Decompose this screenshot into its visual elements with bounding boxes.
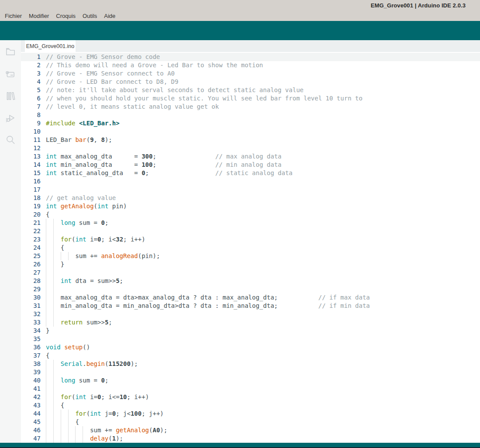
- code-text: [46, 335, 480, 343]
- code-line[interactable]: 37{: [21, 352, 480, 360]
- code-text: void setup(): [46, 343, 480, 352]
- code-line[interactable]: 36void setup(): [21, 343, 480, 352]
- code-line[interactable]: 27: [21, 269, 480, 277]
- line-number: 11: [21, 136, 46, 144]
- code-text: long sum = 0;: [46, 219, 480, 227]
- indent-guide: [68, 252, 69, 260]
- menu-item-aide[interactable]: Aide: [100, 12, 119, 20]
- code-line[interactable]: 2// This demo will need a Grove - Led Ba…: [21, 61, 480, 69]
- line-number: 20: [21, 210, 46, 219]
- line-number: 42: [21, 393, 46, 401]
- indent-guide: [46, 368, 46, 376]
- code-text: [46, 385, 480, 393]
- indent-guide: [46, 235, 46, 244]
- code-line[interactable]: 45 {: [21, 418, 480, 426]
- indent-guide: [53, 434, 54, 443]
- sketchbook-folder-icon: [5, 46, 16, 57]
- line-number: 10: [21, 128, 46, 136]
- code-line[interactable]: 23 for(int i=0; i<32; i++): [21, 235, 480, 244]
- code-line[interactable]: 11LED_Bar bar(9, 8);: [21, 136, 480, 144]
- code-text: long sum = 0;: [46, 376, 480, 385]
- code-editor[interactable]: 1// Grove - EMG Sensor demo code2// This…: [21, 52, 480, 443]
- indent-guide: [53, 318, 54, 327]
- code-line[interactable]: 17: [21, 186, 480, 194]
- code-line[interactable]: 6// when you should hold your muscle sta…: [21, 94, 480, 103]
- code-line[interactable]: 44 for(int j=0; j<100; j++): [21, 410, 480, 418]
- sidebar-item-sketchbook[interactable]: [0, 41, 21, 62]
- code-text: {: [46, 210, 480, 219]
- indent-guide: [68, 426, 69, 434]
- code-text: delay(1);: [46, 434, 480, 443]
- menu-item-croquis[interactable]: Croquis: [52, 12, 79, 20]
- tab-emg-grove001[interactable]: EMG_Grove001.ino: [25, 40, 76, 52]
- code-text: min_analog_dta = min_analog_dta>dta ? dt…: [46, 302, 480, 310]
- code-text: int dta = sum>>5;: [46, 277, 480, 285]
- code-line[interactable]: 47 delay(1);: [21, 434, 480, 443]
- menu-item-modifier[interactable]: Modifier: [25, 12, 52, 20]
- code-line[interactable]: 14int min_analog_dta = 100; // min analo…: [21, 161, 480, 169]
- code-line[interactable]: 43 {: [21, 401, 480, 410]
- menu-item-fichier[interactable]: Fichier: [1, 12, 25, 20]
- code-line[interactable]: 18// get analog value: [21, 194, 480, 202]
- sidebar-item-boards-manager[interactable]: [0, 63, 21, 85]
- code-line[interactable]: 10: [21, 128, 480, 136]
- indent-guide: [46, 385, 46, 393]
- line-number: 5: [21, 86, 46, 94]
- line-number: 29: [21, 285, 46, 293]
- indent-guide: [46, 410, 46, 418]
- indent-guide: [53, 260, 54, 269]
- code-line[interactable]: 40 long sum = 0;: [21, 376, 480, 385]
- search-icon: [5, 134, 16, 145]
- code-line[interactable]: 25 sum += analogRead(pin);: [21, 252, 480, 260]
- code-line[interactable]: 33 return sum>>5;: [21, 318, 480, 327]
- code-line[interactable]: 39: [21, 368, 480, 376]
- indent-guide: [46, 219, 46, 227]
- sidebar-item-debug[interactable]: [0, 107, 21, 129]
- code-text: Serial.begin(115200);: [46, 360, 480, 368]
- line-number: 46: [21, 426, 46, 434]
- line-number: 41: [21, 385, 46, 393]
- code-line[interactable]: 9#include <LED_Bar.h>: [21, 119, 480, 128]
- indent-guide: [46, 252, 46, 260]
- code-line[interactable]: 38 Serial.begin(115200);: [21, 360, 480, 368]
- code-line[interactable]: 29: [21, 285, 480, 293]
- code-line[interactable]: 7// level 0, it means static analog valu…: [21, 103, 480, 111]
- code-line[interactable]: 32: [21, 310, 480, 318]
- code-line[interactable]: 30 max_analog_dta = dta>max_analog_dta ?…: [21, 293, 480, 302]
- code-line[interactable]: 26 }: [21, 260, 480, 269]
- code-text: [46, 285, 480, 293]
- code-line[interactable]: 12: [21, 144, 480, 152]
- code-line[interactable]: 1// Grove - EMG Sensor demo code: [21, 53, 480, 61]
- code-line[interactable]: 46 sum += getAnalog(A0);: [21, 426, 480, 434]
- code-line[interactable]: 15int static_analog_dta = 0; // static a…: [21, 169, 480, 177]
- code-line[interactable]: 5// note: it'll take about serval second…: [21, 86, 480, 94]
- code-line[interactable]: 34}: [21, 327, 480, 335]
- line-number: 38: [21, 360, 46, 368]
- code-line[interactable]: 22: [21, 227, 480, 235]
- code-line[interactable]: 13int max_analog_dta = 300; // max analo…: [21, 152, 480, 161]
- sidebar-item-library-manager[interactable]: [0, 85, 21, 107]
- line-number: 12: [21, 144, 46, 152]
- menu-item-outils[interactable]: Outils: [79, 12, 100, 20]
- code-line[interactable]: 4// Grove - LED Bar connect to D8, D9: [21, 78, 480, 86]
- code-text: [46, 186, 480, 194]
- indent-guide: [68, 410, 69, 418]
- code-line[interactable]: 31 min_analog_dta = min_analog_dta>dta ?…: [21, 302, 480, 310]
- code-line[interactable]: 19int getAnalog(int pin): [21, 202, 480, 210]
- indent-guide: [53, 302, 54, 310]
- line-number: 3: [21, 69, 46, 78]
- indent-guide: [83, 426, 83, 434]
- indent-guide: [75, 434, 76, 443]
- code-line[interactable]: 3// Grove - EMG Sensor connect to A0: [21, 69, 480, 78]
- code-line[interactable]: 8: [21, 111, 480, 119]
- line-number: 21: [21, 219, 46, 227]
- code-line[interactable]: 20{: [21, 210, 480, 219]
- code-line[interactable]: 41: [21, 385, 480, 393]
- code-line[interactable]: 24 {: [21, 244, 480, 252]
- code-line[interactable]: 21 long sum = 0;: [21, 219, 480, 227]
- code-line[interactable]: 35: [21, 335, 480, 343]
- code-line[interactable]: 28 int dta = sum>>5;: [21, 277, 480, 285]
- code-line[interactable]: 42 for(int i=0; i<=10; i++): [21, 393, 480, 401]
- code-line[interactable]: 16: [21, 177, 480, 186]
- sidebar-item-search[interactable]: [0, 129, 21, 151]
